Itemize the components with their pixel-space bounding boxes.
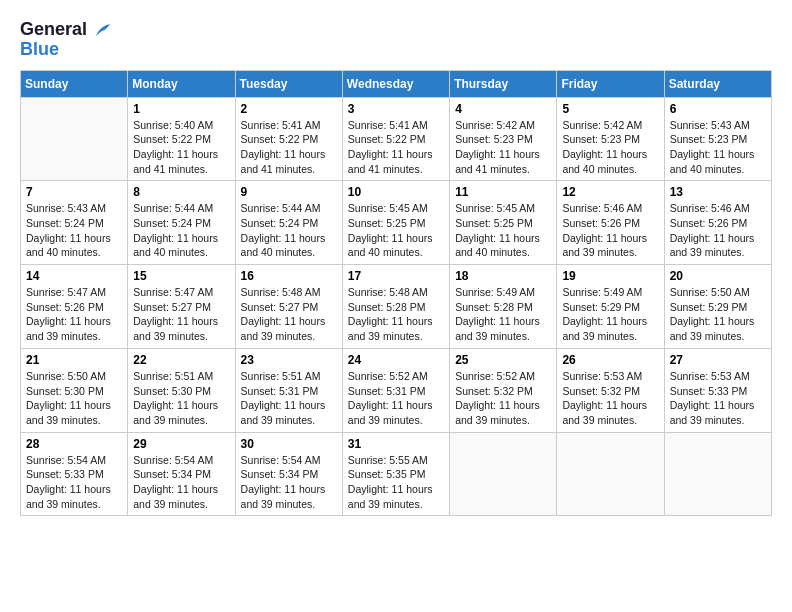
calendar-cell: 10Sunrise: 5:45 AMSunset: 5:25 PMDayligh… xyxy=(342,181,449,265)
day-number: 6 xyxy=(670,102,766,116)
sunrise-text: Sunrise: 5:51 AM xyxy=(241,369,337,384)
calendar-cell: 3Sunrise: 5:41 AMSunset: 5:22 PMDaylight… xyxy=(342,97,449,181)
daylight-text: Daylight: 11 hours xyxy=(455,231,551,246)
sunrise-text: Sunrise: 5:43 AM xyxy=(26,201,122,216)
cell-content: Sunrise: 5:41 AMSunset: 5:22 PMDaylight:… xyxy=(241,118,337,177)
sunset-text: Sunset: 5:24 PM xyxy=(133,216,229,231)
daylight-text-cont: and 39 minutes. xyxy=(670,413,766,428)
sunset-text: Sunset: 5:22 PM xyxy=(348,132,444,147)
daylight-text: Daylight: 11 hours xyxy=(455,314,551,329)
cell-content: Sunrise: 5:54 AMSunset: 5:34 PMDaylight:… xyxy=(133,453,229,512)
daylight-text: Daylight: 11 hours xyxy=(241,147,337,162)
daylight-text-cont: and 39 minutes. xyxy=(241,413,337,428)
daylight-text: Daylight: 11 hours xyxy=(562,314,658,329)
calendar-cell: 4Sunrise: 5:42 AMSunset: 5:23 PMDaylight… xyxy=(450,97,557,181)
daylight-text: Daylight: 11 hours xyxy=(455,398,551,413)
daylight-text-cont: and 40 minutes. xyxy=(670,162,766,177)
sunrise-text: Sunrise: 5:42 AM xyxy=(455,118,551,133)
cell-content: Sunrise: 5:51 AMSunset: 5:30 PMDaylight:… xyxy=(133,369,229,428)
calendar-cell: 11Sunrise: 5:45 AMSunset: 5:25 PMDayligh… xyxy=(450,181,557,265)
daylight-text-cont: and 40 minutes. xyxy=(26,245,122,260)
daylight-text: Daylight: 11 hours xyxy=(348,314,444,329)
sunrise-text: Sunrise: 5:46 AM xyxy=(670,201,766,216)
daylight-text: Daylight: 11 hours xyxy=(562,231,658,246)
calendar-cell: 29Sunrise: 5:54 AMSunset: 5:34 PMDayligh… xyxy=(128,432,235,516)
day-number: 27 xyxy=(670,353,766,367)
calendar-cell: 18Sunrise: 5:49 AMSunset: 5:28 PMDayligh… xyxy=(450,265,557,349)
cell-content: Sunrise: 5:46 AMSunset: 5:26 PMDaylight:… xyxy=(670,201,766,260)
sunrise-text: Sunrise: 5:41 AM xyxy=(348,118,444,133)
cell-content: Sunrise: 5:42 AMSunset: 5:23 PMDaylight:… xyxy=(562,118,658,177)
daylight-text: Daylight: 11 hours xyxy=(670,147,766,162)
day-number: 21 xyxy=(26,353,122,367)
cell-content: Sunrise: 5:43 AMSunset: 5:23 PMDaylight:… xyxy=(670,118,766,177)
sunrise-text: Sunrise: 5:44 AM xyxy=(133,201,229,216)
calendar-cell: 24Sunrise: 5:52 AMSunset: 5:31 PMDayligh… xyxy=(342,348,449,432)
sunrise-text: Sunrise: 5:54 AM xyxy=(241,453,337,468)
sunrise-text: Sunrise: 5:52 AM xyxy=(455,369,551,384)
sunset-text: Sunset: 5:26 PM xyxy=(562,216,658,231)
col-header-monday: Monday xyxy=(128,70,235,97)
sunset-text: Sunset: 5:22 PM xyxy=(241,132,337,147)
daylight-text-cont: and 39 minutes. xyxy=(133,329,229,344)
daylight-text-cont: and 39 minutes. xyxy=(348,497,444,512)
calendar-cell: 30Sunrise: 5:54 AMSunset: 5:34 PMDayligh… xyxy=(235,432,342,516)
sunrise-text: Sunrise: 5:48 AM xyxy=(241,285,337,300)
calendar-cell: 21Sunrise: 5:50 AMSunset: 5:30 PMDayligh… xyxy=(21,348,128,432)
sunrise-text: Sunrise: 5:48 AM xyxy=(348,285,444,300)
daylight-text-cont: and 39 minutes. xyxy=(455,329,551,344)
cell-content: Sunrise: 5:52 AMSunset: 5:31 PMDaylight:… xyxy=(348,369,444,428)
daylight-text-cont: and 39 minutes. xyxy=(562,245,658,260)
sunset-text: Sunset: 5:28 PM xyxy=(455,300,551,315)
day-number: 31 xyxy=(348,437,444,451)
daylight-text-cont: and 39 minutes. xyxy=(241,329,337,344)
sunrise-text: Sunrise: 5:46 AM xyxy=(562,201,658,216)
daylight-text: Daylight: 11 hours xyxy=(670,314,766,329)
daylight-text: Daylight: 11 hours xyxy=(241,314,337,329)
sunset-text: Sunset: 5:28 PM xyxy=(348,300,444,315)
sunrise-text: Sunrise: 5:53 AM xyxy=(670,369,766,384)
daylight-text: Daylight: 11 hours xyxy=(348,398,444,413)
cell-content: Sunrise: 5:46 AMSunset: 5:26 PMDaylight:… xyxy=(562,201,658,260)
col-header-wednesday: Wednesday xyxy=(342,70,449,97)
calendar-cell: 25Sunrise: 5:52 AMSunset: 5:32 PMDayligh… xyxy=(450,348,557,432)
calendar-cell: 27Sunrise: 5:53 AMSunset: 5:33 PMDayligh… xyxy=(664,348,771,432)
col-header-saturday: Saturday xyxy=(664,70,771,97)
sunset-text: Sunset: 5:26 PM xyxy=(26,300,122,315)
calendar-cell: 14Sunrise: 5:47 AMSunset: 5:26 PMDayligh… xyxy=(21,265,128,349)
daylight-text-cont: and 41 minutes. xyxy=(241,162,337,177)
sunset-text: Sunset: 5:29 PM xyxy=(670,300,766,315)
sunrise-text: Sunrise: 5:47 AM xyxy=(133,285,229,300)
day-number: 20 xyxy=(670,269,766,283)
cell-content: Sunrise: 5:55 AMSunset: 5:35 PMDaylight:… xyxy=(348,453,444,512)
daylight-text-cont: and 39 minutes. xyxy=(26,413,122,428)
sunset-text: Sunset: 5:34 PM xyxy=(241,467,337,482)
col-header-thursday: Thursday xyxy=(450,70,557,97)
calendar-cell: 23Sunrise: 5:51 AMSunset: 5:31 PMDayligh… xyxy=(235,348,342,432)
sunrise-text: Sunrise: 5:50 AM xyxy=(26,369,122,384)
daylight-text-cont: and 39 minutes. xyxy=(670,245,766,260)
day-number: 26 xyxy=(562,353,658,367)
sunrise-text: Sunrise: 5:47 AM xyxy=(26,285,122,300)
sunset-text: Sunset: 5:24 PM xyxy=(26,216,122,231)
sunrise-text: Sunrise: 5:44 AM xyxy=(241,201,337,216)
day-number: 29 xyxy=(133,437,229,451)
daylight-text: Daylight: 11 hours xyxy=(670,231,766,246)
daylight-text-cont: and 39 minutes. xyxy=(562,413,658,428)
sunrise-text: Sunrise: 5:42 AM xyxy=(562,118,658,133)
day-number: 8 xyxy=(133,185,229,199)
logo: General Blue xyxy=(20,20,112,60)
day-number: 10 xyxy=(348,185,444,199)
sunrise-text: Sunrise: 5:54 AM xyxy=(26,453,122,468)
sunset-text: Sunset: 5:24 PM xyxy=(241,216,337,231)
calendar-cell: 8Sunrise: 5:44 AMSunset: 5:24 PMDaylight… xyxy=(128,181,235,265)
daylight-text: Daylight: 11 hours xyxy=(133,314,229,329)
day-number: 4 xyxy=(455,102,551,116)
day-number: 17 xyxy=(348,269,444,283)
cell-content: Sunrise: 5:53 AMSunset: 5:32 PMDaylight:… xyxy=(562,369,658,428)
cell-content: Sunrise: 5:45 AMSunset: 5:25 PMDaylight:… xyxy=(348,201,444,260)
daylight-text: Daylight: 11 hours xyxy=(26,398,122,413)
daylight-text: Daylight: 11 hours xyxy=(133,398,229,413)
calendar-cell: 28Sunrise: 5:54 AMSunset: 5:33 PMDayligh… xyxy=(21,432,128,516)
daylight-text: Daylight: 11 hours xyxy=(348,482,444,497)
